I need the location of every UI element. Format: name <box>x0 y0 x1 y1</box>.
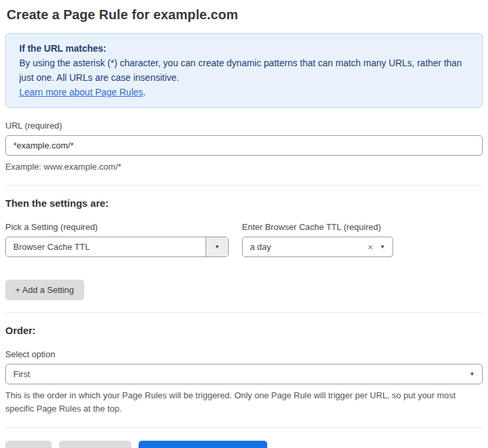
chevron-down-icon: ▼ <box>469 372 475 377</box>
divider <box>5 312 483 313</box>
setting-picker-label: Pick a Setting (required) <box>5 222 229 232</box>
order-select[interactable]: First ▼ <box>5 364 483 384</box>
info-body: By using the asterisk (*) character, you… <box>19 56 469 85</box>
add-setting-button[interactable]: + Add a Setting <box>5 280 84 300</box>
ttl-picker-group: Enter Browser Cache TTL (required) a day… <box>242 222 393 257</box>
setting-picker-select[interactable]: Browser Cache TTL ▼ <box>5 237 229 257</box>
page-title: Create a Page Rule for example.com <box>7 7 481 23</box>
clear-icon[interactable]: × <box>365 242 380 252</box>
divider <box>5 185 483 186</box>
url-field-label: URL (required) <box>5 121 483 131</box>
settings-section-heading: Then the settings are: <box>5 197 483 209</box>
setting-picker-caret-box[interactable]: ▼ <box>206 237 228 256</box>
info-heading: If the URL matches: <box>19 41 469 56</box>
url-example-helper: Example: www.example.com/* <box>5 160 483 173</box>
chevron-down-icon: ▼ <box>380 245 385 250</box>
settings-row: Pick a Setting (required) Browser Cache … <box>5 222 483 257</box>
create-page-rule-panel: Create a Page Rule for example.com If th… <box>0 0 488 448</box>
setting-picker-group: Pick a Setting (required) Browser Cache … <box>5 222 229 257</box>
add-setting-wrap: + Add a Setting <box>5 280 483 300</box>
save-as-draft-button[interactable]: Save as Draft <box>59 441 131 448</box>
order-select-label: Select option <box>5 349 483 359</box>
ttl-picker-value: a day <box>250 242 365 252</box>
divider <box>5 427 483 428</box>
cancel-button[interactable]: Cancel <box>5 441 52 448</box>
order-section-heading: Order: <box>5 325 483 336</box>
footer-buttons: Cancel Save as Draft Save and Deploy Pag… <box>5 441 483 448</box>
save-and-deploy-button[interactable]: Save and Deploy Page Rule <box>139 441 267 448</box>
info-body-text: By using the asterisk (*) character, you… <box>19 58 462 83</box>
url-match-info-callout: If the URL matches: By using the asteris… <box>5 33 483 108</box>
ttl-picker-select[interactable]: a day × ▼ <box>242 237 393 257</box>
url-input[interactable] <box>5 135 483 156</box>
setting-picker-value: Browser Cache TTL <box>6 237 206 256</box>
info-link-line: Learn more about Page Rules. <box>19 85 469 99</box>
learn-more-link[interactable]: Learn more about Page Rules <box>19 87 143 97</box>
order-helper-text: This is the order in which your Page Rul… <box>5 389 476 416</box>
ttl-picker-label: Enter Browser Cache TTL (required) <box>242 222 393 232</box>
order-select-value: First <box>13 369 469 379</box>
link-period: . <box>143 87 146 97</box>
chevron-down-icon: ▼ <box>215 245 220 250</box>
